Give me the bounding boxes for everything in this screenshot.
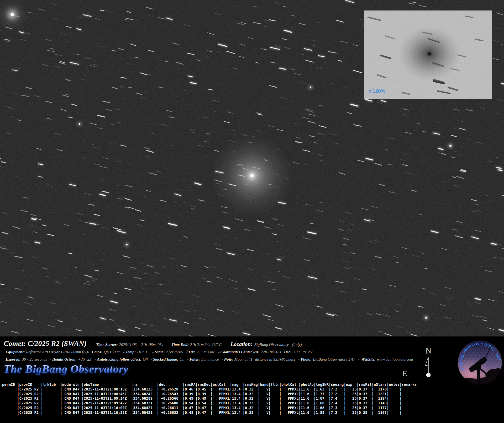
compass-north-label: N	[423, 346, 434, 356]
info-label: Location:	[230, 341, 253, 347]
info-label: - Coordinates Center RA:	[218, 350, 260, 354]
info-label: - WebSite:	[358, 357, 376, 362]
info-panel: Comet: C/2025 R2 (SWAN)---Time Starter:2…	[0, 336, 504, 423]
info-value: +00° 19' 25"	[293, 350, 313, 354]
info-value: Refractor APO Askar FRA-600mm f/5,6	[26, 350, 89, 354]
info-value: +36° 23'	[78, 357, 92, 362]
comet-core	[250, 174, 254, 177]
info-label: - Temp:	[123, 350, 136, 354]
info-label: Dec:	[284, 350, 292, 354]
info-value: 2,3° x 3,44°	[197, 350, 215, 354]
info-label: Time Starter:	[96, 342, 118, 347]
astrometry-table: permID |provID |trkSub |mode|stn |obsTim…	[2, 382, 417, 415]
info-label: - Filter:	[187, 357, 200, 362]
info-value: 30 x 25 seconds	[22, 357, 47, 362]
inset-zoom-preview: x 120%	[364, 10, 492, 99]
table-row: |C/2025 R2 | | CMO|D47 |2025-11-03T21:10…	[2, 410, 417, 415]
table-row: |C/2025 R2 | | CMO|D47 |2025-11-03T21:09…	[2, 401, 417, 406]
bright-star	[310, 87, 311, 88]
info-value: -10° C.	[137, 350, 149, 354]
info-label: Time End:	[171, 342, 189, 347]
info-value: On	[180, 357, 184, 362]
observatory-logo: BigBang Observatory [BBO] - D47	[457, 340, 502, 385]
info-value: 2,59"/pixel	[166, 350, 183, 354]
info-label: Equipment:	[6, 350, 25, 354]
table-row: |C/2025 R2 | | CMO|D47 |2025-11-03T21:08…	[2, 392, 417, 397]
info-label: - Photo:	[298, 357, 312, 362]
bright-star	[449, 145, 452, 147]
info-separator: ---	[224, 343, 228, 347]
compass-center-dot	[426, 373, 431, 377]
inset-comet-core	[428, 52, 431, 56]
info-value: 22h 18m 46s	[261, 350, 281, 354]
compass-graphic	[407, 355, 436, 381]
info-value: BigBang Observatory - (Italy)	[254, 342, 302, 347]
info-line-1: Comet: C/2025 R2 (SWAN)---Time Starter:2…	[4, 339, 303, 348]
bright-star	[10, 13, 14, 16]
bright-star	[79, 123, 80, 125]
info-line-2: Equipment:Refractor APO Askar FRA-600mm …	[4, 350, 314, 354]
info-label: FOV:	[186, 350, 195, 354]
bright-star	[425, 317, 427, 319]
info-line-3: Exposed:30 x 25 seconds- Height Orizon:+…	[4, 357, 414, 362]
info-label: Cmos:	[92, 350, 102, 354]
table-row: |C/2025 R2 | | CMO|D47 |2025-11-03T21:08…	[2, 387, 417, 392]
info-value: 2025/11/03 - 21h 08m 05s	[119, 342, 163, 347]
info-separator: ---	[90, 343, 93, 347]
table-row: |C/2025 R2 | | CMO|D47 |2025-11-03T21:09…	[2, 396, 417, 401]
info-label: - Height Orizon:	[50, 357, 77, 362]
info-label: - Autotracking follow object:	[95, 357, 141, 362]
info-value: Moon at 41° distance in 95,76% phase	[234, 357, 296, 362]
info-value: Off	[143, 357, 148, 362]
table-row: |C/2025 R2 | | CMO|D47 |2025-11-03T21:10…	[2, 406, 417, 410]
info-value: 21h 21m 34s U.T.C.	[190, 342, 223, 347]
table-header-row: permID |provID |trkSub |mode|stn |obsTim…	[2, 382, 417, 387]
info-separator: ---	[165, 343, 169, 347]
astrophoto-poster: x 120% Comet: C/2025 R2 (SWAN)---Time St…	[0, 0, 504, 423]
observatory-title: The BigBang Observatory	[4, 363, 129, 375]
inset-zoom-label: x 120%	[369, 88, 385, 94]
info-label: Exposed:	[6, 357, 21, 362]
info-label: - Scale:	[152, 350, 165, 354]
info-value: Luminance	[201, 357, 219, 362]
info-label: - Stacked Image:	[151, 357, 178, 362]
info-label: - Note:	[222, 357, 233, 362]
info-value: BigBang Observatory D47	[313, 357, 355, 362]
info-label: Comet: C/2025 R2 (SWAN)	[4, 339, 87, 348]
bright-star	[126, 244, 128, 245]
info-value: QHY600m	[104, 350, 120, 354]
